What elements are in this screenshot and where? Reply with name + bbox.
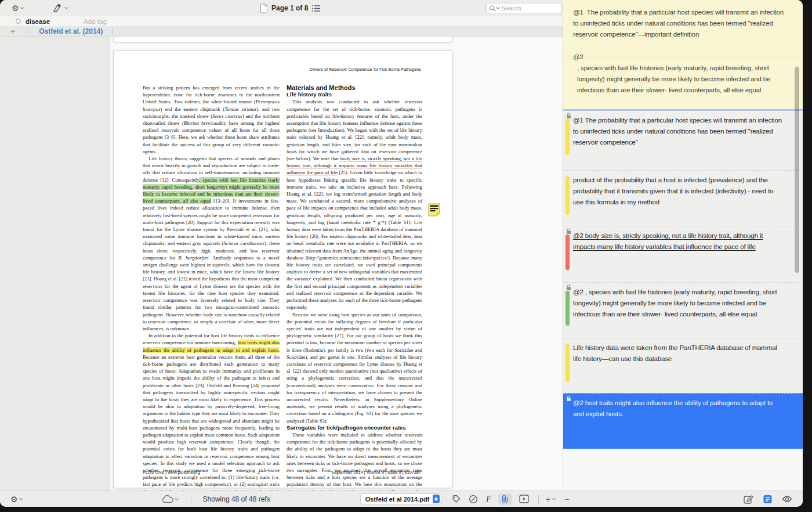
tag-tool-button[interactable] bbox=[452, 495, 461, 503]
library-gutter bbox=[0, 37, 110, 491]
present-button[interactable] bbox=[519, 495, 529, 503]
lock-icon bbox=[566, 113, 571, 119]
font-style-button[interactable]: F bbox=[486, 495, 491, 504]
play-box-icon bbox=[519, 495, 529, 503]
highlight-color-bar bbox=[566, 235, 570, 270]
annotation-item[interactable]: @2 body size is, strictly speaking, not … bbox=[563, 226, 803, 282]
file-stepper[interactable] bbox=[433, 495, 440, 503]
pdf-page: Drivers of Reservoir Competence for Tick… bbox=[113, 51, 452, 488]
file-name: Ostfeld et al 2014.pdf bbox=[365, 496, 430, 503]
tab-ostfeld[interactable]: Ostfeld et al. (2014) bbox=[39, 27, 103, 35]
tag-chip[interactable]: disease bbox=[26, 18, 50, 25]
tag-bar: disease Add tag bbox=[0, 16, 563, 26]
highlighter-button[interactable] bbox=[52, 3, 68, 13]
notes-panel-icon bbox=[763, 495, 773, 504]
circle-slash-icon bbox=[469, 495, 478, 504]
pdf-viewer[interactable]: Drivers of Reservoir Competence for Tick… bbox=[110, 37, 563, 491]
add-ref-button[interactable]: + bbox=[546, 495, 555, 504]
paperclip-icon bbox=[501, 495, 509, 503]
search-input[interactable] bbox=[501, 5, 553, 12]
pdf-right-column: Materials and Methods Life history trait… bbox=[287, 84, 422, 507]
up-arrow-icon bbox=[434, 497, 438, 499]
footer-journal: PLOS ONE | www.plosone.org bbox=[143, 470, 220, 475]
down-arrow-icon bbox=[434, 499, 438, 501]
chevron-down-icon bbox=[496, 5, 500, 9]
attachment-button-active[interactable] bbox=[498, 493, 512, 505]
bottom-toolbar: ⚙ Showing 48 of 48 refs Ostfeld et al 20… bbox=[0, 491, 803, 507]
lock-icon bbox=[566, 228, 571, 235]
tag-icon bbox=[452, 495, 461, 503]
notes-panel-toggle-active[interactable] bbox=[763, 495, 773, 504]
annotation-list: @1 The probability that a particular hos… bbox=[563, 111, 803, 449]
annotation-item-selected[interactable]: @2 host traits might also influence the … bbox=[563, 393, 803, 449]
annotation-item[interactable]: Life history data were taken from the Pa… bbox=[563, 338, 803, 393]
library-settings-button[interactable]: ⚙ bbox=[10, 495, 23, 503]
highlight-color-bar bbox=[566, 291, 570, 326]
search-icon bbox=[490, 5, 496, 12]
annotations-panel: @1The probability that a particular host… bbox=[563, 0, 803, 491]
text-run: . Antibody responses to a novel antigen … bbox=[143, 255, 280, 331]
new-tab-button[interactable]: + bbox=[10, 27, 15, 36]
preview-button[interactable] bbox=[782, 495, 792, 503]
highlight-mode-button[interactable] bbox=[469, 495, 478, 504]
seg-i: Sorex cinereus bbox=[212, 113, 242, 119]
remove-ref-button[interactable]: − bbox=[564, 495, 569, 504]
subsection-heading: Surrogates for tick/pathogen encounter r… bbox=[287, 424, 422, 431]
text-run: ) and the eastern chipmunk ( bbox=[161, 106, 225, 112]
highlight-color-bar bbox=[566, 176, 570, 215]
highlight-color-bar bbox=[566, 344, 570, 382]
highlighter-icon bbox=[52, 3, 63, 13]
lock-icon bbox=[566, 284, 571, 291]
compose-button[interactable] bbox=[744, 495, 753, 504]
note-editor[interactable]: @1The probability that a particular host… bbox=[563, 0, 803, 109]
settings-button[interactable]: ⚙ bbox=[12, 4, 24, 12]
text-run: Because an extreme host generalist vecto… bbox=[143, 354, 280, 502]
search-field[interactable] bbox=[486, 3, 561, 13]
compose-icon bbox=[744, 495, 753, 504]
section-heading: Materials and Methods bbox=[287, 84, 422, 91]
toolbar-separator bbox=[191, 495, 191, 504]
annotation-text: Life history data were taken from the Pa… bbox=[563, 338, 803, 365]
footer-issue: September 2014 | Volume 9 | Issue 9 | e1… bbox=[298, 470, 421, 475]
running-header: Drivers of Reservoir Competence for Tick… bbox=[310, 67, 421, 72]
page-footer: PLOS ONE | www.plosone.org 2 September 2… bbox=[143, 470, 421, 475]
annotation-item[interactable]: product of the probability that a host i… bbox=[563, 170, 803, 226]
cloud-icon bbox=[162, 495, 173, 503]
chevron-down-icon bbox=[64, 5, 68, 9]
footer-page-number: 2 bbox=[220, 470, 297, 475]
paragraph: But a striking pattern has emerged from … bbox=[143, 84, 280, 155]
tab-bar: + Ostfeld et al. (2014) bbox=[0, 26, 563, 37]
chevron-down-icon bbox=[552, 496, 556, 500]
annotation-item[interactable]: @2 , species with fast life histories (e… bbox=[563, 282, 803, 338]
highlight-color-bar bbox=[566, 119, 570, 155]
subsection-heading: Life history traits bbox=[287, 91, 422, 98]
tag-color-icon[interactable] bbox=[16, 19, 21, 24]
text-run: [13–20]. If investments in fast-paced li… bbox=[143, 198, 280, 246]
outline-icon[interactable] bbox=[311, 5, 321, 12]
note-annotation-icon[interactable] bbox=[428, 203, 440, 217]
note-ref: @2 bbox=[573, 53, 583, 60]
plus-icon: + bbox=[546, 495, 550, 504]
annotation-text: @2 host traits might also influence the … bbox=[563, 394, 803, 420]
scrollbar-thumb[interactable] bbox=[795, 67, 799, 273]
paragraph: Life history theory suggests that specie… bbox=[143, 155, 280, 332]
annotation-text: @2 , species with fast life histories (e… bbox=[563, 283, 803, 320]
editor-note-1[interactable]: @1The probability that a particular host… bbox=[563, 0, 803, 46]
note-ref: @1 bbox=[573, 9, 583, 16]
eye-icon bbox=[782, 495, 792, 503]
tab-separator bbox=[28, 28, 28, 34]
editor-note-2[interactable]: @2, species with fast life histories (ea… bbox=[563, 46, 803, 102]
page-indicator[interactable]: Page 1 of 8 bbox=[271, 4, 308, 12]
pdf-left-column: But a striking pattern has emerged from … bbox=[143, 84, 280, 502]
toolbar-separator bbox=[538, 495, 539, 504]
note-text: The probability that a particular host s… bbox=[573, 9, 784, 38]
chevron-down-icon bbox=[19, 496, 23, 500]
sync-button[interactable] bbox=[162, 495, 178, 503]
annotation-item[interactable]: @1 The probability that a particular hos… bbox=[563, 111, 803, 170]
chevron-down-icon bbox=[175, 496, 179, 500]
file-selector[interactable]: Ostfeld et al 2014.pdf bbox=[360, 493, 442, 504]
seg-i: Tamias striatus bbox=[224, 106, 256, 112]
text-run: This analysis was conducted to ask wheth… bbox=[287, 99, 422, 161]
add-tag-field[interactable]: Add tag bbox=[84, 18, 107, 25]
gear-icon: ⚙ bbox=[12, 4, 19, 12]
